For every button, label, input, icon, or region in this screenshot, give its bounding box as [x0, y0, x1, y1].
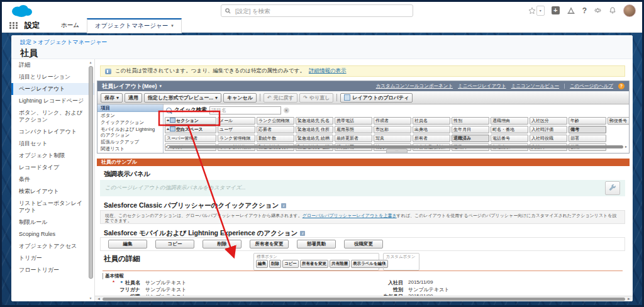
- action-department-transfer[interactable]: 部署異動: [297, 240, 336, 248]
- layout-properties-button[interactable]: レイアウトのプロパティ: [340, 93, 413, 103]
- layout-title[interactable]: 社員レイアウト(Mee): [102, 82, 157, 91]
- field-chip[interactable]: 緊急連絡先 氏名: [296, 117, 333, 125]
- sidebar-item-criteria[interactable]: 条件: [11, 174, 94, 186]
- palette-category-related-lists[interactable]: 関連リスト: [97, 145, 163, 152]
- sidebar-item-fields-and-relationships[interactable]: 項目とリレーション: [11, 71, 94, 83]
- sidebar-item-flow-triggers[interactable]: フロートリガー: [11, 264, 94, 276]
- sidebar-item-page-layouts[interactable]: ページレイアウト: [11, 83, 94, 95]
- palette-category-quick-actions[interactable]: クイックアクション: [97, 119, 163, 126]
- chevron-down-icon[interactable]: ▾: [171, 23, 174, 28]
- field-chip[interactable]: 社員名: [413, 117, 450, 125]
- field-chip[interactable]: 入社区分: [530, 117, 567, 125]
- field-chip-placed[interactable]: 備考: [569, 126, 606, 133]
- scroll-left-arrow-icon[interactable]: ◄: [165, 145, 168, 148]
- sidebar-scroll-thumb[interactable]: [89, 66, 93, 279]
- palette-category-report-charts[interactable]: レポートグラフ: [97, 152, 163, 153]
- global-actions-icon[interactable]: +: [552, 6, 560, 14]
- cancel-button[interactable]: キャンセル: [223, 93, 257, 103]
- global-search-input[interactable]: [234, 7, 409, 15]
- field-chip[interactable]: 部署: [569, 135, 606, 142]
- sidebar-item-list-view-button-layout[interactable]: リストビューボタンレイアウト: [11, 198, 94, 216]
- action-delete[interactable]: 削除: [203, 240, 242, 248]
- quick-find-input[interactable]: [209, 106, 281, 114]
- field-chip[interactable]: 生年月日: [452, 126, 489, 133]
- field-chip[interactable]: 町名・番地: [491, 126, 528, 133]
- scroll-left-arrow-icon[interactable]: ◄: [97, 297, 101, 301]
- clear-search-icon[interactable]: ×: [284, 108, 289, 113]
- override-global-publisher-layout-link[interactable]: グローバルパブリッシャーレイアウトを上書き: [303, 213, 397, 218]
- standard-button-delete[interactable]: 削除: [269, 260, 281, 268]
- save-button[interactable]: 保存▾: [101, 93, 123, 103]
- sidebar-item-record-types[interactable]: レコードタイプ: [11, 162, 94, 174]
- sidebar-item-scoping-rules[interactable]: Scoping Rules: [11, 228, 94, 240]
- palette-category-buttons[interactable]: ボタン: [97, 112, 163, 119]
- scroll-down-arrow-icon[interactable]: ▼: [88, 296, 93, 300]
- field-chip[interactable]: ユーザ: [218, 126, 255, 133]
- sidebar-item-search-layouts[interactable]: 検索レイアウト: [11, 186, 94, 198]
- palette-category-fields[interactable]: 項目: [97, 104, 163, 112]
- mini-console-view-link[interactable]: ミニコンソールビュー: [511, 83, 559, 89]
- sidebar-item-field-sets[interactable]: 項目セット: [11, 138, 94, 150]
- main-scroll-thumb[interactable]: [103, 298, 625, 301]
- help-question-icon[interactable]: ?: [618, 83, 625, 89]
- field-chip[interactable]: ランク管理権限: [218, 135, 255, 142]
- field-chip[interactable]: 緊急連絡先 続柄: [296, 135, 333, 142]
- field-chip[interactable]: メール: [218, 117, 255, 125]
- standard-button-sharing-hierarchy[interactable]: 共有階層: [330, 260, 350, 268]
- undo-button[interactable]: ↶元に戻す: [264, 93, 297, 103]
- sidebar-item-object-limits[interactable]: オブジェクト制限: [11, 150, 94, 162]
- favorites-control[interactable]: ▾: [528, 6, 545, 16]
- favorites-dropdown[interactable]: ▾: [536, 6, 545, 16]
- scroll-right-arrow-icon[interactable]: ►: [627, 297, 631, 301]
- info-icon[interactable]: i: [300, 231, 305, 236]
- palette-item-blank-space[interactable]: +空白スペース: [165, 126, 216, 133]
- standard-button-edit-labels[interactable]: 表示ラベルを編集: [351, 260, 388, 268]
- avatar[interactable]: [623, 4, 636, 17]
- grid-scroll-thumb[interactable]: [169, 145, 623, 148]
- field-chip[interactable]: 写真: [374, 135, 411, 142]
- sidebar-item-compact-layouts[interactable]: コンパクトレイアウト: [11, 126, 94, 138]
- standard-button-change-owner[interactable]: 所有者を変更: [300, 260, 328, 268]
- field-chip[interactable]: 電話番号: [491, 135, 528, 142]
- sidebar-item-triggers[interactable]: トリガー: [11, 252, 94, 264]
- setup-gear-icon[interactable]: [594, 6, 602, 14]
- action-change-owner[interactable]: 所有者を変更: [250, 240, 289, 248]
- tab-home[interactable]: ホーム: [53, 19, 87, 32]
- breadcrumb[interactable]: 設定 > オブジェクトマネージャー: [20, 38, 633, 47]
- field-chip-placed[interactable]: 退職済み: [452, 135, 489, 142]
- quick-save-button[interactable]: 適用: [125, 93, 142, 103]
- palette-category-mobile-lightning-actions[interactable]: モバイルおよび Lightning のアクション: [97, 126, 163, 138]
- standard-button-copy[interactable]: コピー: [282, 260, 299, 268]
- field-chip[interactable]: 作成者: [374, 117, 411, 125]
- panel-resize-handle[interactable]: ⋯: [386, 148, 408, 153]
- more-info-link[interactable]: 詳細情報の表示: [309, 67, 347, 75]
- action-copy[interactable]: コピー: [155, 240, 194, 248]
- field-chip[interactable]: 応募者: [257, 126, 294, 133]
- standard-button-edit[interactable]: 編集: [256, 260, 268, 268]
- sidebar-item-object-access[interactable]: オブジェクトアクセス: [11, 240, 94, 252]
- custom-console-components-link[interactable]: カスタムコンソールコンポーネント: [376, 83, 453, 89]
- tab-object-manager[interactable]: オブジェクトマネージャー ▾: [87, 18, 182, 33]
- field-chip[interactable]: 雇用形態: [335, 126, 372, 133]
- sidebar-item-restriction-rules[interactable]: 制限ルール: [11, 216, 94, 228]
- field-chip[interactable]: 入社時役職: [530, 135, 567, 142]
- sidebar-scrollbar[interactable]: ▲ ▼: [88, 60, 93, 300]
- field-chip[interactable]: 入社時評価: [530, 126, 567, 133]
- sidebar-item-lightning-record-pages[interactable]: Lightning レコードページ: [11, 95, 94, 107]
- field-chip[interactable]: 出身地: [413, 126, 450, 133]
- global-search[interactable]: [221, 4, 413, 17]
- action-role-change[interactable]: 役職変更: [344, 240, 383, 248]
- field-chip[interactable]: 性別: [452, 117, 489, 125]
- favorites-star-icon[interactable]: [528, 7, 536, 14]
- field-chip[interactable]: 市区郡: [374, 126, 411, 133]
- field-chip[interactable]: 郵便番号: [608, 117, 629, 125]
- field-chip[interactable]: 退職理由: [491, 117, 528, 125]
- action-edit[interactable]: 編集: [108, 240, 147, 248]
- palette-item-new-section[interactable]: +セクション: [165, 117, 216, 125]
- notifications-bell-icon[interactable]: [609, 6, 616, 14]
- field-chip[interactable]: 携帯電話: [335, 117, 372, 125]
- scroll-right-arrow-icon[interactable]: ►: [625, 145, 628, 148]
- field-chip[interactable]: スーパー管理者: [165, 135, 216, 142]
- help-for-this-page-link[interactable]: このページのヘルプ: [570, 83, 613, 89]
- scroll-up-arrow-icon[interactable]: ▲: [89, 60, 92, 64]
